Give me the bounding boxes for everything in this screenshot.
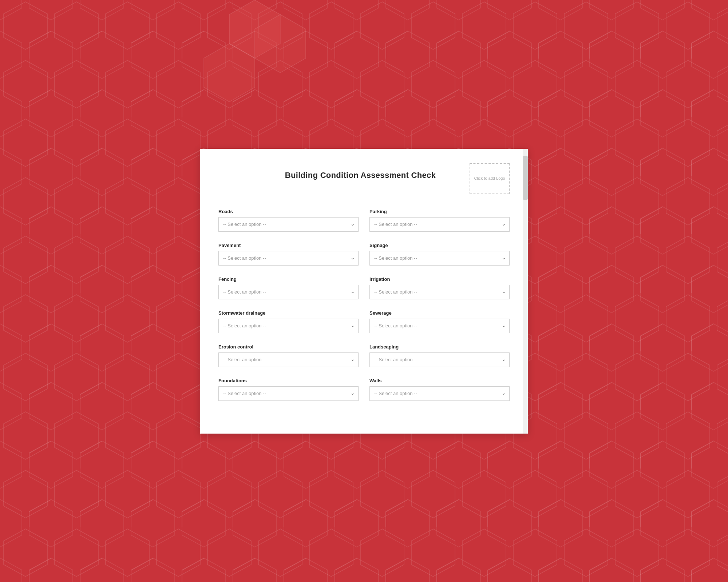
- label-stormwater_drainage: Stormwater drainage: [218, 310, 359, 316]
- select-walls[interactable]: -- Select an option --GoodFairPoorN/A: [369, 386, 510, 401]
- select-foundations[interactable]: -- Select an option --GoodFairPoorN/A: [218, 386, 359, 401]
- scrollbar-track[interactable]: [523, 149, 528, 434]
- form-card: Building Condition Assessment Check Clic…: [200, 149, 528, 434]
- field-group-walls: Walls-- Select an option --GoodFairPoorN…: [369, 378, 510, 401]
- label-landscaping: Landscaping: [369, 344, 510, 350]
- select-landscaping[interactable]: -- Select an option --GoodFairPoorN/A: [369, 352, 510, 367]
- select-pavement[interactable]: -- Select an option --GoodFairPoorN/A: [218, 251, 359, 266]
- label-pavement: Pavement: [218, 243, 359, 248]
- form-header: Building Condition Assessment Check Clic…: [218, 163, 510, 194]
- field-group-landscaping: Landscaping-- Select an option --GoodFai…: [369, 344, 510, 367]
- label-walls: Walls: [369, 378, 510, 383]
- select-stormwater_drainage[interactable]: -- Select an option --GoodFairPoorN/A: [218, 319, 359, 333]
- select-signage[interactable]: -- Select an option --GoodFairPoorN/A: [369, 251, 510, 266]
- label-sewerage: Sewerage: [369, 310, 510, 316]
- select-wrapper-fencing: -- Select an option --GoodFairPoorN/A: [218, 285, 359, 299]
- select-wrapper-irrigation: -- Select an option --GoodFairPoorN/A: [369, 285, 510, 299]
- label-foundations: Foundations: [218, 378, 359, 383]
- svg-marker-6: [255, 15, 306, 73]
- svg-marker-5: [229, 0, 280, 58]
- label-fencing: Fencing: [218, 276, 359, 282]
- label-irrigation: Irrigation: [369, 276, 510, 282]
- select-parking[interactable]: -- Select an option --GoodFairPoorN/A: [369, 217, 510, 232]
- select-wrapper-signage: -- Select an option --GoodFairPoorN/A: [369, 251, 510, 266]
- field-group-stormwater_drainage: Stormwater drainage-- Select an option -…: [218, 310, 359, 333]
- select-wrapper-parking: -- Select an option --GoodFairPoorN/A: [369, 217, 510, 232]
- select-wrapper-stormwater_drainage: -- Select an option --GoodFairPoorN/A: [218, 319, 359, 333]
- logo-placeholder-text: Click to add Logo: [474, 176, 505, 181]
- label-parking: Parking: [369, 209, 510, 214]
- select-wrapper-landscaping: -- Select an option --GoodFairPoorN/A: [369, 352, 510, 367]
- select-fencing[interactable]: -- Select an option --GoodFairPoorN/A: [218, 285, 359, 299]
- field-group-parking: Parking-- Select an option --GoodFairPoo…: [369, 209, 510, 232]
- select-roads[interactable]: -- Select an option --GoodFairPoorN/A: [218, 217, 359, 232]
- select-sewerage[interactable]: -- Select an option --GoodFairPoorN/A: [369, 319, 510, 333]
- select-erosion_control[interactable]: -- Select an option --GoodFairPoorN/A: [218, 352, 359, 367]
- field-group-roads: Roads-- Select an option --GoodFairPoorN…: [218, 209, 359, 232]
- select-wrapper-foundations: -- Select an option --GoodFairPoorN/A: [218, 386, 359, 401]
- field-group-erosion_control: Erosion control-- Select an option --Goo…: [218, 344, 359, 367]
- select-wrapper-roads: -- Select an option --GoodFairPoorN/A: [218, 217, 359, 232]
- logo-upload-button[interactable]: Click to add Logo: [470, 163, 510, 194]
- label-roads: Roads: [218, 209, 359, 214]
- field-group-foundations: Foundations-- Select an option --GoodFai…: [218, 378, 359, 401]
- select-irrigation[interactable]: -- Select an option --GoodFairPoorN/A: [369, 285, 510, 299]
- label-signage: Signage: [369, 243, 510, 248]
- field-group-irrigation: Irrigation-- Select an option --GoodFair…: [369, 276, 510, 299]
- field-group-sewerage: Sewerage-- Select an option --GoodFairPo…: [369, 310, 510, 333]
- select-wrapper-pavement: -- Select an option --GoodFairPoorN/A: [218, 251, 359, 266]
- select-wrapper-sewerage: -- Select an option --GoodFairPoorN/A: [369, 319, 510, 333]
- title-area: Building Condition Assessment Check: [258, 163, 462, 180]
- select-wrapper-walls: -- Select an option --GoodFairPoorN/A: [369, 386, 510, 401]
- field-group-pavement: Pavement-- Select an option --GoodFairPo…: [218, 243, 359, 266]
- select-wrapper-erosion_control: -- Select an option --GoodFairPoorN/A: [218, 352, 359, 367]
- svg-marker-7: [204, 44, 255, 102]
- form-title: Building Condition Assessment Check: [258, 171, 462, 180]
- label-erosion_control: Erosion control: [218, 344, 359, 350]
- form-grid: Roads-- Select an option --GoodFairPoorN…: [218, 209, 510, 412]
- field-group-fencing: Fencing-- Select an option --GoodFairPoo…: [218, 276, 359, 299]
- field-group-signage: Signage-- Select an option --GoodFairPoo…: [369, 243, 510, 266]
- scrollbar-thumb[interactable]: [523, 156, 528, 200]
